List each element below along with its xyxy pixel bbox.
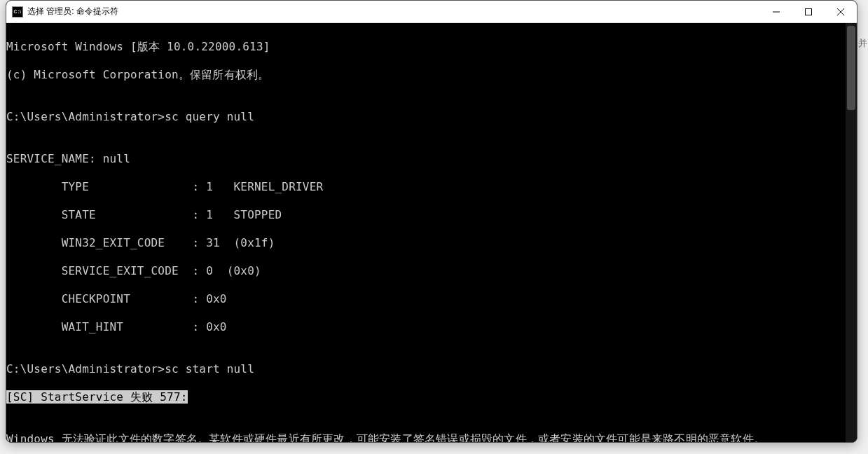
terminal-line: Microsoft Windows [版本 10.0.22000.613] [6, 40, 857, 54]
scrollbar-thumb[interactable] [847, 26, 855, 110]
terminal-line: C:\Users\Administrator>sc start null [6, 362, 857, 376]
terminal-line: SERVICE_EXIT_CODE : 0 (0x0) [6, 264, 857, 278]
svg-rect-1 [806, 8, 812, 15]
selected-text: [SC] StartService 失败 577: [6, 390, 188, 404]
terminal-line: STATE : 1 STOPPED [6, 208, 857, 222]
terminal-line: (c) Microsoft Corporation。保留所有权利。 [6, 68, 857, 82]
cmd-icon: C:\ [12, 6, 23, 18]
terminal-output[interactable]: Microsoft Windows [版本 10.0.22000.613] (c… [6, 23, 857, 442]
maximize-button[interactable] [792, 1, 825, 22]
command-prompt-window: C:\ 选择 管理员: 命令提示符 Microsoft Windows [版本 … [6, 0, 857, 443]
terminal-line: CHECKPOINT : 0x0 [6, 292, 857, 306]
terminal-line: TYPE : 1 KERNEL_DRIVER [6, 180, 857, 194]
terminal-line: WIN32_EXIT_CODE : 31 (0x1f) [6, 236, 857, 250]
close-button[interactable] [825, 1, 857, 22]
terminal-line: [SC] StartService 失败 577: [6, 390, 857, 404]
window-controls [760, 1, 857, 22]
terminal-line: WAIT_HINT : 0x0 [6, 320, 857, 334]
terminal-line: SERVICE_NAME: null [6, 152, 857, 166]
terminal-line: Windows 无法验证此文件的数字签名。某软件或硬件最近有所更改，可能安装了签… [6, 432, 857, 442]
minimize-button[interactable] [760, 1, 792, 22]
terminal-line: C:\Users\Administrator>sc query null [6, 110, 857, 124]
window-title: 选择 管理员: 命令提示符 [27, 6, 760, 18]
titlebar[interactable]: C:\ 选择 管理员: 命令提示符 [6, 1, 857, 23]
scrollbar-track[interactable] [846, 23, 857, 442]
